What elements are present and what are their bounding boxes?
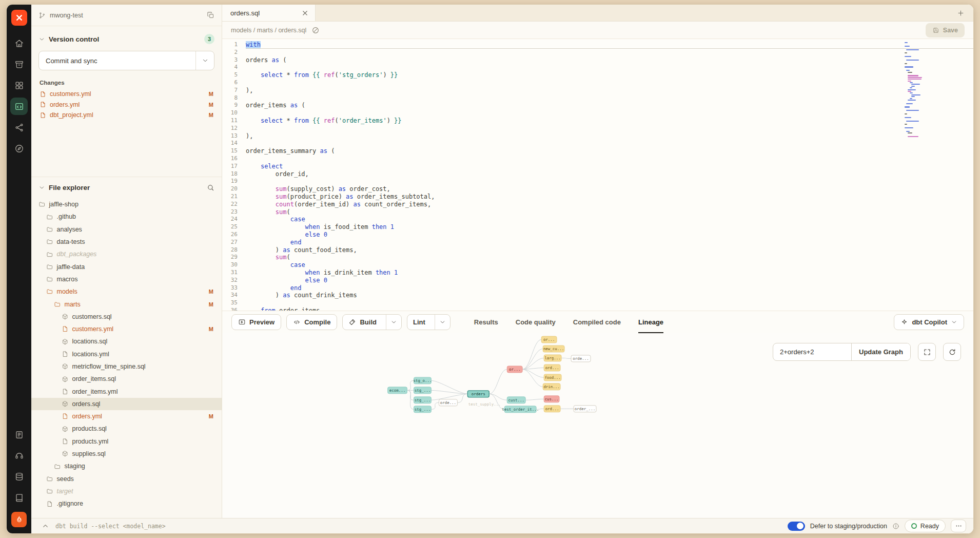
lineage-node[interactable]: or... — [507, 366, 522, 373]
tab-code-quality[interactable]: Code quality — [516, 311, 556, 333]
nav-apps[interactable] — [10, 76, 28, 94]
nav-projects[interactable] — [10, 55, 28, 73]
defer-toggle[interactable] — [788, 522, 805, 531]
lineage-node[interactable]: test_order_it... — [502, 406, 539, 413]
lineage-node[interactable]: new_cu... — [543, 345, 564, 352]
file-tree-item[interactable]: data-tests — [31, 236, 222, 248]
nav-library[interactable] — [10, 489, 28, 506]
update-graph-button[interactable]: Update Graph — [851, 343, 910, 360]
lineage-node[interactable]: stg_... — [414, 406, 431, 413]
build-button[interactable]: Build — [342, 314, 402, 330]
dbt-copilot-button[interactable]: dbt Copilot — [894, 314, 964, 330]
file-tree-item[interactable]: customers.ymlM — [31, 323, 222, 335]
file-tree-item[interactable]: order_items.yml — [31, 385, 222, 397]
open-compiled-icon[interactable] — [311, 26, 320, 34]
file-tree-item[interactable]: dbt_packages — [31, 248, 222, 260]
lineage-node[interactable]: order_... — [574, 406, 596, 412]
lineage-node[interactable]: or... — [541, 336, 557, 343]
save-button[interactable]: Save — [926, 23, 965, 37]
file-tree-item[interactable]: macros — [31, 273, 222, 285]
changed-file-item[interactable]: orders.ymlM — [31, 100, 222, 110]
nav-support[interactable] — [10, 447, 28, 464]
lineage-node[interactable]: ecom... — [388, 387, 407, 394]
file-tree-item[interactable]: target — [31, 485, 222, 497]
preview-button[interactable]: Preview — [231, 314, 281, 330]
build-main-button[interactable]: Build — [343, 315, 382, 330]
project-selector[interactable]: mwong-test — [31, 5, 222, 26]
lineage-node[interactable]: ord... — [544, 364, 560, 371]
lineage-node[interactable]: stg_... — [414, 397, 431, 404]
version-control-header[interactable]: Version control 3 — [31, 29, 222, 49]
nav-develop[interactable] — [10, 98, 28, 115]
lint-main-button[interactable]: Lint — [407, 315, 431, 330]
chevron-down-icon[interactable] — [38, 36, 45, 43]
lineage-node[interactable]: stg_... — [414, 387, 431, 394]
lineage-node[interactable]: orde... — [439, 399, 457, 406]
file-tree-item[interactable]: seeds — [31, 473, 222, 485]
lineage-node[interactable]: larg... — [544, 355, 561, 361]
nav-warehouse[interactable] — [10, 468, 28, 485]
file-tree-item[interactable]: products.yml — [31, 435, 222, 448]
file-tree-item[interactable]: locations.sql — [31, 335, 222, 348]
nav-deploy[interactable] — [10, 119, 28, 136]
refresh-button[interactable] — [943, 343, 961, 361]
lint-button[interactable]: Lint — [407, 314, 450, 330]
file-tree-item[interactable]: analyses — [31, 223, 222, 236]
file-tree-item[interactable]: modelsM — [31, 285, 222, 298]
new-tab-button[interactable] — [954, 6, 967, 20]
commit-options-button[interactable] — [195, 51, 214, 70]
lineage-node[interactable]: stg_o... — [413, 377, 432, 384]
expand-command-bar-button[interactable] — [42, 522, 49, 530]
lineage-node[interactable]: cust... — [507, 397, 525, 404]
tab-orders-sql[interactable]: orders.sql — [222, 5, 316, 21]
lineage-node[interactable]: orde... — [571, 355, 591, 362]
file-tree-item[interactable]: .github — [31, 210, 222, 223]
lineage-node[interactable]: test_supply... — [468, 402, 501, 407]
lineage-node[interactable]: drin... — [543, 383, 560, 390]
lineage-node[interactable]: food... — [544, 374, 561, 381]
file-tree-item[interactable]: orders.sql — [31, 398, 222, 410]
changed-file-item[interactable]: dbt_project.ymlM — [31, 110, 222, 121]
compile-button[interactable]: Compile — [286, 314, 337, 330]
fullscreen-button[interactable] — [918, 343, 936, 361]
file-tree-item[interactable]: products.sql — [31, 422, 222, 435]
tab-compiled-code[interactable]: Compiled code — [573, 311, 621, 333]
lint-options-button[interactable] — [435, 315, 450, 330]
more-options-button[interactable] — [951, 520, 966, 532]
lineage-selector-input[interactable] — [773, 343, 851, 360]
file-tree-item[interactable]: metricflow_time_spine.sql — [31, 360, 222, 373]
file-tree-item[interactable]: .gitignore — [31, 497, 222, 510]
nav-home[interactable] — [10, 34, 28, 52]
tab-results[interactable]: Results — [474, 311, 498, 333]
tab-lineage[interactable]: Lineage — [638, 311, 663, 333]
file-tree-item[interactable]: supplies.sql — [31, 448, 222, 460]
nav-explore[interactable] — [10, 140, 28, 157]
nav-docs[interactable] — [10, 426, 28, 443]
file-tree-item[interactable]: locations.yml — [31, 348, 222, 360]
copy-icon[interactable] — [207, 11, 214, 19]
minimap[interactable] — [905, 42, 945, 137]
changed-file-item[interactable]: customers.ymlM — [31, 89, 222, 100]
lineage-node[interactable]: orders — [467, 391, 489, 397]
code-editor[interactable]: 1with23orders as (45 select * from {{ re… — [222, 39, 973, 311]
close-icon[interactable] — [301, 9, 309, 17]
chevron-down-icon[interactable] — [38, 184, 45, 191]
command-input[interactable]: dbt build --select <model_name> — [55, 523, 166, 530]
file-tree-item[interactable]: jaffle-data — [31, 260, 222, 273]
dbt-logo[interactable] — [11, 10, 27, 26]
commit-and-sync-button[interactable]: Commit and sync — [38, 51, 214, 70]
lineage-canvas[interactable]: ecom...stg_o...stg_...stg_...stg_...orde… — [222, 333, 973, 518]
file-tree-item[interactable]: staging — [31, 460, 222, 472]
user-avatar[interactable] — [11, 512, 27, 527]
lineage-node[interactable]: ord... — [544, 406, 560, 412]
file-tree-item[interactable]: martsM — [31, 298, 222, 310]
file-tree-item[interactable]: order_items.sql — [31, 373, 222, 385]
search-icon[interactable] — [207, 184, 214, 191]
file-explorer-header[interactable]: File explorer — [31, 179, 222, 196]
build-options-button[interactable] — [386, 315, 401, 330]
file-tree-item[interactable]: orders.ymlM — [31, 410, 222, 422]
info-icon[interactable] — [892, 523, 899, 530]
lineage-node[interactable]: cus... — [544, 396, 559, 402]
file-tree-item[interactable]: jaffle-shop — [31, 198, 222, 210]
file-tree-item[interactable]: customers.sql — [31, 311, 222, 323]
